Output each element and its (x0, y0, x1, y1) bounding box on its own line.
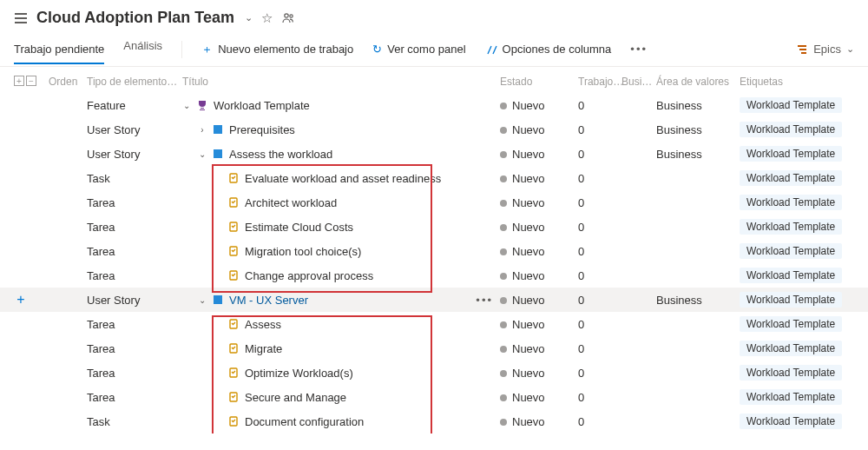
table-row[interactable]: User Story⌄Assess the workloadNuevo0Busi… (0, 142, 868, 166)
state-cell: Nuevo (500, 123, 578, 136)
tag-chip[interactable]: Workload Template (740, 316, 842, 332)
state-cell: Nuevo (500, 148, 578, 161)
work-cell: 0 (578, 415, 621, 428)
tag-chip[interactable]: Workload Template (740, 292, 842, 308)
column-options-label: Opciones de columna (503, 43, 612, 56)
work-item-type: Task (87, 415, 182, 428)
table-row[interactable]: TareaMigration tool choice(s)Nuevo0Workl… (0, 239, 868, 263)
backlog-icon (14, 11, 28, 25)
row-more-actions[interactable]: ••• (476, 294, 500, 307)
table-row[interactable]: +User Story⌄VM - UX Server•••Nuevo0Busin… (0, 288, 868, 312)
work-item-title[interactable]: Optimize Workload(s) (245, 367, 353, 380)
tag-chip[interactable]: Workload Template (740, 389, 842, 405)
work-item-type: Tarea (87, 269, 182, 282)
table-row[interactable]: TaskDocument configurationNuevo0Workload… (0, 409, 868, 433)
state-cell: Nuevo (500, 172, 578, 185)
work-item-title[interactable]: Workload Template (214, 99, 310, 112)
team-members-button[interactable] (281, 11, 295, 25)
clip-icon (227, 172, 240, 184)
clip-icon (227, 342, 240, 354)
col-type[interactable]: Tipo de elemento… (87, 76, 182, 88)
col-state[interactable]: Estado (500, 76, 578, 88)
state-cell: Nuevo (500, 245, 578, 258)
table-row[interactable]: Feature⌄Workload TemplateNuevo0BusinessW… (0, 93, 868, 117)
work-item-title[interactable]: Change approval process (245, 269, 373, 282)
clip-icon (227, 245, 240, 257)
col-order[interactable]: Orden (49, 76, 87, 88)
expand-caret[interactable]: ⌄ (198, 149, 207, 159)
svg-rect-2 (15, 22, 27, 23)
table-row[interactable]: TareaChange approval processNuevo0Worklo… (0, 263, 868, 288)
work-item-title[interactable]: Migration tool choice(s) (245, 245, 361, 258)
table-row[interactable]: TareaMigrateNuevo0Workload Template (0, 336, 868, 361)
expand-caret[interactable]: › (198, 125, 207, 135)
expand-caret[interactable]: ⌄ (182, 101, 191, 110)
tab-analytics[interactable]: Análisis (123, 39, 162, 59)
tag-chip[interactable]: Workload Template (740, 195, 842, 210)
state-cell: Nuevo (500, 391, 578, 404)
work-item-title[interactable]: Assess the workload (229, 148, 332, 161)
table-row[interactable]: TareaSecure and ManageNuevo0Workload Tem… (0, 385, 868, 409)
svg-point-3 (285, 13, 288, 17)
tag-chip[interactable]: Workload Template (740, 219, 842, 235)
col-busv[interactable]: Busi… (621, 76, 656, 88)
table-row[interactable]: TareaArchitect workloadNuevo0Workload Te… (0, 190, 868, 215)
add-child-button[interactable]: + (14, 292, 28, 308)
work-item-title[interactable]: Secure and Manage (245, 391, 346, 404)
view-as-board-button[interactable]: ↻ Ver como panel (372, 43, 465, 56)
work-item-type: Tarea (87, 245, 182, 258)
work-cell: 0 (578, 269, 621, 282)
epics-label: Epics (813, 43, 841, 56)
work-cell: 0 (578, 318, 621, 331)
state-cell: Nuevo (500, 196, 578, 209)
area-cell: Business (656, 148, 740, 161)
tag-chip[interactable]: Workload Template (740, 268, 842, 283)
expand-caret[interactable]: ⌄ (198, 295, 207, 305)
columns-icon (485, 43, 497, 56)
column-options-button[interactable]: Opciones de columna (485, 43, 612, 56)
refresh-icon: ↻ (372, 43, 382, 56)
state-cell: Nuevo (500, 318, 578, 331)
work-item-title[interactable]: Prerequisites (229, 123, 295, 136)
work-item-title[interactable]: Document configuration (245, 415, 364, 428)
tag-chip[interactable]: Workload Template (740, 414, 842, 429)
tab-backlog[interactable]: Trabajo pendiente (14, 43, 104, 64)
tag-chip[interactable]: Workload Template (740, 170, 842, 186)
table-row[interactable]: TareaEstimate Cloud CostsNuevo0Workload … (0, 215, 868, 239)
work-item-title[interactable]: Migrate (245, 342, 282, 355)
work-item-title[interactable]: Assess (245, 318, 281, 331)
work-item-title[interactable]: Estimate Cloud Costs (245, 221, 353, 234)
col-title[interactable]: Título (182, 76, 500, 88)
favorite-button[interactable]: ☆ (261, 10, 273, 26)
work-item-type: User Story (87, 123, 182, 136)
work-item-type: Tarea (87, 221, 182, 234)
col-work[interactable]: Trabajo… (578, 76, 621, 88)
tag-chip[interactable]: Workload Template (740, 122, 842, 137)
work-item-title[interactable]: Architect workload (245, 196, 337, 209)
team-dropdown[interactable]: ⌄ (245, 12, 253, 23)
work-item-type: User Story (87, 294, 182, 307)
epics-level-selector[interactable]: Epics ⌄ (796, 43, 854, 56)
tag-chip[interactable]: Workload Template (740, 97, 842, 113)
work-item-title[interactable]: VM - UX Server (229, 294, 308, 307)
tag-chip[interactable]: Workload Template (740, 365, 842, 381)
work-item-type: User Story (87, 148, 182, 161)
tag-chip[interactable]: Workload Template (740, 341, 842, 356)
new-work-item-button[interactable]: ＋ Nuevo elemento de trabajo (201, 42, 353, 57)
tag-chip[interactable]: Workload Template (740, 243, 842, 259)
table-row[interactable]: TareaAssessNuevo0Workload Template (0, 312, 868, 336)
col-tags[interactable]: Etiquetas (740, 76, 854, 88)
column-headers: + − Orden Tipo de elemento… Título Estad… (0, 67, 868, 93)
state-cell: Nuevo (500, 269, 578, 282)
more-actions-button[interactable]: ••• (630, 43, 648, 56)
work-item-type: Task (87, 172, 182, 185)
col-area[interactable]: Área de valores (656, 76, 740, 88)
table-row[interactable]: TaskEvaluate workload and asset readines… (0, 166, 868, 190)
table-row[interactable]: TareaOptimize Workload(s)Nuevo0Workload … (0, 361, 868, 385)
collapse-all-button[interactable]: − (26, 76, 36, 86)
work-item-title[interactable]: Evaluate workload and asset readiness (245, 172, 441, 185)
tag-chip[interactable]: Workload Template (740, 146, 842, 162)
area-cell: Business (656, 294, 740, 307)
table-row[interactable]: User Story›PrerequisitesNuevo0BusinessWo… (0, 117, 868, 142)
expand-all-button[interactable]: + (14, 76, 24, 86)
